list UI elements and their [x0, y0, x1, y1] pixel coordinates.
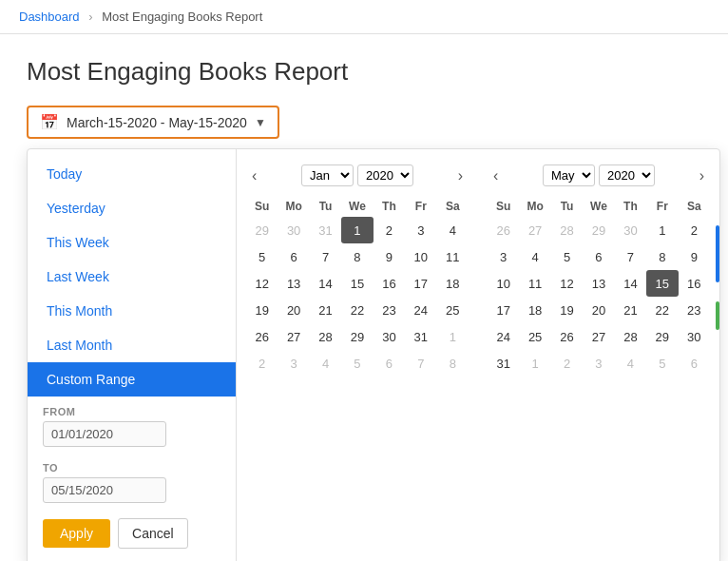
calendar-day[interactable]: 23: [374, 297, 405, 323]
calendar-day[interactable]: 8: [341, 243, 373, 270]
calendar-day[interactable]: 6: [583, 243, 614, 270]
breadcrumb-home-link[interactable]: Dashboard: [19, 10, 80, 24]
calendar-day[interactable]: 15: [646, 270, 678, 297]
col-sa: Sa: [437, 196, 469, 217]
calendar-day[interactable]: 16: [679, 270, 710, 297]
calendar-day: 6: [679, 350, 710, 377]
calendar-day[interactable]: 22: [341, 297, 373, 323]
cancel-button[interactable]: Cancel: [118, 518, 188, 549]
sidebar-item-last-week[interactable]: Last Week: [28, 260, 236, 294]
calendar-day[interactable]: 11: [519, 270, 550, 297]
sidebar-item-last-month[interactable]: Last Month: [28, 328, 236, 362]
datepicker-trigger-text: March-15-2020 - May-15-2020: [67, 115, 247, 130]
calendar-day[interactable]: 2: [374, 217, 405, 243]
calendar-day[interactable]: 5: [246, 243, 278, 270]
calendar-day[interactable]: 12: [246, 270, 278, 297]
calendar-day[interactable]: 23: [679, 297, 710, 323]
calendar-day: 29: [246, 217, 278, 243]
left-cal-month-year: JanFebMarApr MayJunJulAug SepOctNovDec 2…: [301, 164, 413, 186]
calendar-day[interactable]: 30: [374, 323, 405, 350]
right-cal-month-select[interactable]: JanFebMarApr MayJunJulAug SepOctNovDec: [543, 164, 595, 186]
calendar-day[interactable]: 11: [437, 243, 469, 270]
calendar-day[interactable]: 4: [437, 217, 469, 243]
right-cal-next-btn[interactable]: ›: [694, 165, 710, 186]
calendar-day[interactable]: 22: [646, 297, 678, 323]
sidebar-item-today[interactable]: Today: [28, 157, 236, 191]
calendar-day[interactable]: 14: [310, 270, 341, 297]
calendar-day[interactable]: 17: [405, 270, 436, 297]
calendar-day[interactable]: 10: [405, 243, 436, 270]
right-cal-year-select[interactable]: 202020212019: [599, 164, 655, 186]
left-cal-month-select[interactable]: JanFebMarApr MayJunJulAug SepOctNovDec: [301, 164, 354, 186]
sidebar-item-custom-range[interactable]: Custom Range: [28, 362, 236, 397]
calendar-day[interactable]: 27: [583, 323, 614, 350]
calendar-day[interactable]: 19: [551, 297, 583, 323]
calendar-day[interactable]: 28: [310, 323, 341, 350]
calendar-day[interactable]: 15: [341, 270, 373, 297]
calendar-day[interactable]: 10: [488, 270, 519, 297]
calendar-day[interactable]: 29: [646, 323, 678, 350]
calendar-day[interactable]: 4: [519, 243, 550, 270]
calendar-day[interactable]: 20: [278, 297, 309, 323]
col-su: Su: [246, 196, 278, 217]
calendar-day[interactable]: 9: [374, 243, 405, 270]
calendar-day[interactable]: 29: [341, 323, 373, 350]
calendar-day[interactable]: 25: [437, 297, 469, 323]
from-input[interactable]: [43, 421, 166, 447]
calendar-day[interactable]: 28: [615, 323, 646, 350]
calendar-day[interactable]: 14: [615, 270, 646, 297]
calendar-day[interactable]: 13: [278, 270, 309, 297]
calendar-day[interactable]: 21: [310, 297, 341, 323]
calendar-day[interactable]: 25: [519, 323, 550, 350]
to-input[interactable]: [43, 477, 166, 503]
left-cal-next-btn[interactable]: ›: [452, 165, 469, 186]
calendar-day[interactable]: 31: [488, 350, 519, 377]
calendar-day[interactable]: 1: [646, 217, 678, 243]
right-cal-prev-btn[interactable]: ‹: [488, 165, 504, 186]
calendar-day[interactable]: 16: [374, 270, 405, 297]
calendar-day[interactable]: 8: [646, 243, 678, 270]
calendar-day: 7: [405, 350, 436, 377]
calendar-day[interactable]: 3: [488, 243, 519, 270]
calendars-area: ‹ JanFebMarApr MayJunJulAug SepOctNovDec…: [237, 149, 719, 561]
calendar-day[interactable]: 21: [615, 297, 646, 323]
col-fr: Fr: [646, 196, 678, 217]
calendar-day[interactable]: 9: [679, 243, 710, 270]
calendar-day[interactable]: 7: [310, 243, 341, 270]
calendar-day[interactable]: 20: [583, 297, 614, 323]
calendar-day[interactable]: 26: [551, 323, 583, 350]
calendar-day[interactable]: 2: [679, 217, 710, 243]
calendar-day[interactable]: 3: [405, 217, 436, 243]
calendar-day[interactable]: 6: [278, 243, 309, 270]
calendar-day[interactable]: 13: [583, 270, 614, 297]
from-label: FROM: [43, 406, 220, 417]
sidebar-item-this-week[interactable]: This Week: [28, 225, 236, 260]
col-th: Th: [615, 196, 646, 217]
calendar-day[interactable]: 30: [679, 323, 710, 350]
right-cal-table: Su Mo Tu We Th Fr Sa 2627282930123456789…: [488, 196, 710, 377]
calendar-day[interactable]: 24: [405, 297, 436, 323]
left-cal-prev-btn[interactable]: ‹: [246, 165, 262, 186]
calendar-day[interactable]: 24: [488, 323, 519, 350]
calendar-day[interactable]: 17: [488, 297, 519, 323]
calendar-day: 1: [437, 323, 469, 350]
calendar-day[interactable]: 18: [519, 297, 550, 323]
calendar-day[interactable]: 12: [551, 270, 583, 297]
sidebar-item-this-month[interactable]: This Month: [28, 294, 236, 328]
calendar-day: 3: [278, 350, 309, 377]
calendar-day[interactable]: 5: [551, 243, 583, 270]
left-cal-year-select[interactable]: 202020212019: [357, 164, 413, 186]
calendar-day[interactable]: 27: [278, 323, 309, 350]
calendar-day[interactable]: 19: [246, 297, 278, 323]
calendar-day: 26: [488, 217, 519, 243]
calendar-day[interactable]: 18: [437, 270, 469, 297]
right-calendar: ‹ JanFebMarApr MayJunJulAug SepOctNovDec…: [488, 164, 710, 551]
calendar-day[interactable]: 7: [615, 243, 646, 270]
calendar-day[interactable]: 26: [246, 323, 278, 350]
apply-button[interactable]: Apply: [43, 519, 110, 548]
calendar-day[interactable]: 31: [405, 323, 436, 350]
sidebar-item-yesterday[interactable]: Yesterday: [28, 191, 236, 225]
datepicker-trigger[interactable]: 📅 March-15-2020 - May-15-2020 ▼: [27, 106, 279, 139]
calendar-day[interactable]: 1: [341, 217, 373, 243]
calendar-day: 30: [615, 217, 646, 243]
